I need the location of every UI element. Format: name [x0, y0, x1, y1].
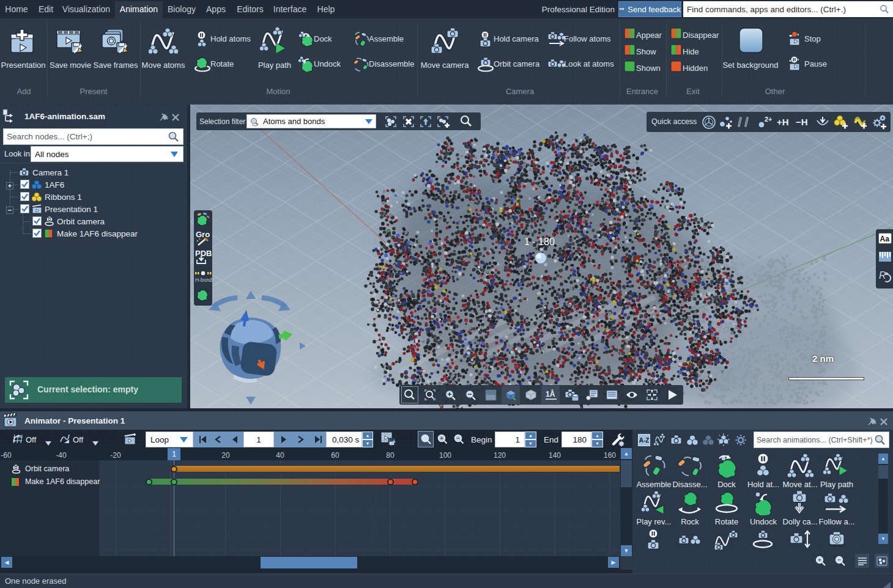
svg-text:R: R: [879, 270, 886, 281]
svg-text:−H: −H: [796, 117, 808, 127]
svg-text:+H: +H: [777, 117, 789, 127]
svg-text:1Å: 1Å: [546, 389, 555, 399]
svg-text:Aa: Aa: [880, 235, 890, 243]
svg-text:2+: 2+: [765, 116, 772, 123]
svg-text:1 - 180: 1 - 180: [524, 237, 555, 247]
